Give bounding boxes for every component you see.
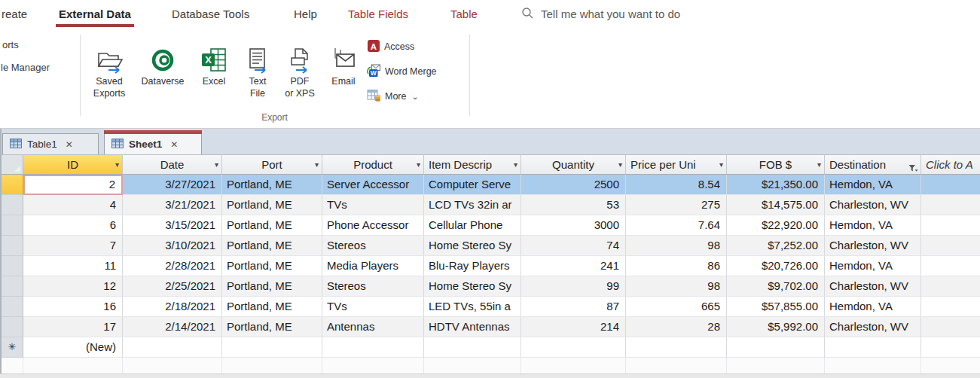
cell-item-description[interactable] xyxy=(424,337,521,358)
cell-item-description[interactable] xyxy=(424,358,521,374)
cell-product[interactable]: Stereos xyxy=(322,236,424,256)
cell-date[interactable]: 2/14/2021 xyxy=(123,317,222,337)
cell-fob[interactable]: $7,252.00 xyxy=(727,236,825,256)
row-selector[interactable] xyxy=(2,175,23,195)
row-selector[interactable] xyxy=(2,297,23,317)
cell-product[interactable]: Media Players xyxy=(322,256,424,276)
close-icon[interactable]: ✕ xyxy=(170,139,178,150)
ribbon-tab-help[interactable]: Help xyxy=(294,8,317,27)
cell-add-new[interactable] xyxy=(921,358,980,374)
cell-fob[interactable] xyxy=(727,358,825,374)
cell-fob[interactable]: $22,920.00 xyxy=(727,215,825,236)
cell-quantity[interactable]: 214 xyxy=(521,317,626,337)
cell-add-new[interactable] xyxy=(921,317,980,337)
column-header-product[interactable]: Product▾ xyxy=(322,154,424,175)
cell-price-per-unit[interactable]: 28 xyxy=(626,317,727,337)
cell-date[interactable] xyxy=(123,358,222,374)
tell-me-search[interactable]: Tell me what you want to do xyxy=(521,7,680,21)
column-header-id[interactable]: ID▾ xyxy=(23,154,123,175)
ribbon-tab-table[interactable]: Table xyxy=(450,8,478,27)
cell-product[interactable]: TVs xyxy=(322,195,424,215)
saved-exports-button[interactable]: SavedExports xyxy=(84,35,134,99)
column-header-date[interactable]: Date▾ xyxy=(123,154,222,175)
select-all-corner[interactable] xyxy=(2,154,23,175)
cell-id[interactable]: 6 xyxy=(23,215,123,236)
cell-fob[interactable]: $20,726.00 xyxy=(727,256,825,276)
cell-quantity[interactable]: 53 xyxy=(521,195,626,215)
column-header-add-new[interactable]: Click to A xyxy=(921,154,980,175)
cell-date[interactable]: 3/21/2021 xyxy=(123,195,222,215)
cell-add-new[interactable] xyxy=(921,337,980,358)
cell-price-per-unit[interactable]: 8.54 xyxy=(626,175,727,195)
cell-destination[interactable]: Charleston, WV xyxy=(825,236,921,256)
cell-destination[interactable] xyxy=(825,337,921,358)
cell-date[interactable]: 3/27/2021 xyxy=(123,175,222,195)
cell-id[interactable]: 7 xyxy=(23,236,123,256)
tab-sheet1[interactable]: Sheet1 ✕ xyxy=(104,133,202,154)
column-dropdown-icon[interactable]: ▾ xyxy=(315,155,319,175)
cell-item-description[interactable]: Home Stereo Sy xyxy=(424,276,521,297)
row-selector[interactable] xyxy=(2,236,23,256)
row-selector[interactable] xyxy=(2,215,23,236)
tab-table1[interactable]: Table1 ✕ xyxy=(2,133,99,154)
column-header-fob[interactable]: FOB $▾ xyxy=(727,154,825,175)
cell-quantity[interactable]: 241 xyxy=(521,256,626,276)
clipped-saved-imports-label[interactable]: orts xyxy=(2,39,19,50)
cell-id[interactable]: 4 xyxy=(23,195,123,215)
cell-port[interactable] xyxy=(222,337,322,358)
cell-add-new[interactable] xyxy=(921,256,980,276)
cell-id[interactable]: 11 xyxy=(23,256,123,276)
cell-add-new[interactable] xyxy=(921,175,980,195)
ribbon-tab-create-clipped[interactable]: reate xyxy=(2,8,27,27)
column-dropdown-icon[interactable]: ▾ xyxy=(215,155,218,175)
cell-item-description[interactable]: LCD TVs 32in ar xyxy=(424,195,521,215)
column-dropdown-icon[interactable]: ▾ xyxy=(817,155,821,175)
column-header-item-description[interactable]: Item Descrip▾ xyxy=(424,154,521,175)
column-dropdown-icon[interactable]: ▾ xyxy=(514,155,517,175)
row-selector[interactable] xyxy=(2,358,23,374)
cell-product[interactable]: Phone Accessor xyxy=(322,215,424,236)
cell-fob[interactable]: $21,350.00 xyxy=(727,175,825,195)
column-header-destination[interactable]: Destination xyxy=(825,154,921,175)
cell-item-description[interactable]: HDTV Antennas xyxy=(424,317,521,337)
cell-port[interactable]: Portland, ME xyxy=(222,195,322,215)
cell-price-per-unit[interactable]: 665 xyxy=(626,297,727,317)
cell-product[interactable] xyxy=(322,358,424,374)
cell-destination[interactable]: Hemdon, VA xyxy=(825,175,921,195)
cell-destination[interactable]: Charleston, WV xyxy=(825,276,921,297)
column-header-quantity[interactable]: Quantity▾ xyxy=(521,154,626,175)
cell-add-new[interactable] xyxy=(921,276,980,297)
cell-add-new[interactable] xyxy=(921,236,980,256)
cell-destination[interactable]: Charleston, WV xyxy=(825,195,921,215)
cell-add-new[interactable] xyxy=(921,297,980,317)
cell-fob[interactable]: $5,992.00 xyxy=(727,317,825,337)
clipped-table-manager-label[interactable]: le Manager xyxy=(1,62,50,73)
ribbon-tab-table-fields[interactable]: Table Fields xyxy=(348,8,408,27)
cell-product[interactable]: Antennas xyxy=(322,317,424,337)
filter-sort-icon[interactable] xyxy=(908,160,918,175)
cell-quantity[interactable] xyxy=(521,358,626,374)
cell-quantity[interactable]: 3000 xyxy=(521,215,626,236)
cell-quantity[interactable]: 87 xyxy=(521,297,626,317)
cell-item-description[interactable]: LED TVs, 55in a xyxy=(424,297,521,317)
cell-id[interactable]: (New) xyxy=(23,337,123,358)
cell-id[interactable]: 17 xyxy=(23,317,123,337)
cell-destination[interactable]: Hemdon, VA xyxy=(825,297,921,317)
cell-port[interactable]: Portland, ME xyxy=(222,236,322,256)
cell-port[interactable]: Portland, ME xyxy=(222,276,322,297)
row-selector[interactable] xyxy=(2,317,23,337)
row-selector[interactable] xyxy=(2,256,23,276)
cell-date[interactable]: 2/18/2021 xyxy=(123,297,222,317)
cell-date[interactable] xyxy=(123,337,222,358)
row-selector[interactable] xyxy=(2,195,23,215)
cell-port[interactable] xyxy=(222,358,322,374)
cell-add-new[interactable] xyxy=(921,215,980,236)
cell-id[interactable] xyxy=(23,358,123,374)
access-export-button[interactable]: A Access xyxy=(367,38,414,55)
cell-quantity[interactable]: 99 xyxy=(521,276,626,297)
cell-price-per-unit[interactable]: 98 xyxy=(626,276,727,297)
column-dropdown-icon[interactable]: ▾ xyxy=(115,155,119,175)
cell-port[interactable]: Portland, ME xyxy=(222,317,322,337)
pdf-or-xps-button[interactable]: PDFor XPS xyxy=(278,35,322,99)
cell-quantity[interactable] xyxy=(521,337,626,358)
